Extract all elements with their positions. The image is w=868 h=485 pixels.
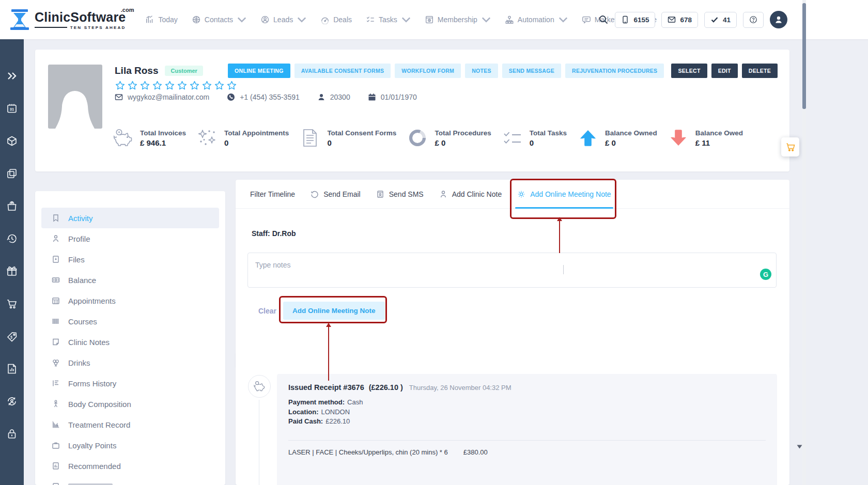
menu-item-clinic-notes[interactable]: Clinic Notes [41,332,219,352]
menu-item-recommended[interactable]: Recommended [41,456,219,476]
add-online-meeting-note-button[interactable]: Add Online Meeting Note [283,302,385,320]
scrollbar-thumb[interactable] [802,3,806,109]
calendar-grid-icon [52,296,60,305]
cube-icon[interactable] [6,135,18,147]
search-icon[interactable] [598,14,609,25]
cart-icon [785,142,796,152]
menu-item-appointments[interactable]: Appointments [41,290,219,311]
banknote-icon [52,276,60,284]
menu-item-drinks[interactable]: Drinks [41,352,219,373]
notes-textarea[interactable] [247,253,777,288]
nav-item-tasks[interactable]: Tasks [366,15,411,24]
receipt-field: Location:LONDON [288,408,766,417]
envelope-icon [668,15,676,24]
star-icon[interactable] [164,80,175,91]
copy-icon[interactable] [6,168,18,179]
report-icon[interactable] [6,363,18,374]
menu-item-courses[interactable]: Courses [41,311,219,332]
lock-icon[interactable] [6,428,18,440]
history-icon[interactable] [6,233,18,244]
tab-add-clinic-note[interactable]: Add Clinic Note [439,180,502,209]
tab-send-email[interactable]: Send Email [311,180,361,209]
stat-total-appointments: Total Appointments0 [197,128,289,148]
account-avatar-button[interactable] [770,11,787,28]
star-icon[interactable] [189,80,200,91]
chevron-down-icon [559,15,568,24]
nav-item-leads[interactable]: Leads [260,15,306,24]
bag-download-icon[interactable] [6,200,18,212]
receipt-datetime: Thursday, 26 November 04:32 PM [409,384,512,392]
delete-button[interactable]: DELETE [742,64,778,78]
check-icon [710,15,719,24]
stat-total-tasks: Total Tasks0 [502,128,567,148]
phone-counter-button[interactable]: 6155 [615,12,655,28]
edit-button[interactable]: EDIT [711,64,738,78]
customer-section-menu: Activity Profile Files Balance Appointme… [35,191,225,485]
arrow-down-icon [668,128,689,148]
nav-item-contacts[interactable]: Contacts [192,15,246,24]
calendar-icon[interactable]: 31 [6,103,18,114]
chevron-down-icon [297,15,306,24]
nav-item-automation[interactable]: Automation [505,15,568,24]
icon-rail: 31 [0,39,24,485]
clear-button[interactable]: Clear [258,307,276,315]
send-message-button[interactable]: SEND MESSAGE [502,64,561,78]
app-logo[interactable]: ClinicSoftware .com TEN STEPS AHEAD [9,8,133,31]
star-icon[interactable] [177,80,188,91]
star-icon[interactable] [127,80,138,91]
star-icon[interactable] [140,80,150,91]
tab-send-sms[interactable]: Send SMS [376,180,424,209]
timeline-entry-receipt[interactable]: Issued Receipt #3676 (£226.10 ) Thursday… [277,374,777,485]
menu-item-loyalty-points[interactable]: Loyalty Points [41,435,219,456]
marketing-icon [582,15,591,24]
menu-item-clipped[interactable] [41,476,219,485]
price-tag-icon[interactable] [6,331,18,342]
online-meeting-button[interactable]: ONLINE MEETING [228,64,290,78]
cart-float-button[interactable] [781,137,799,157]
menu-item-forms-history[interactable]: Forms History [41,373,219,394]
nav-item-today[interactable]: Today [145,15,177,24]
email-counter-button[interactable]: 678 [661,12,698,28]
star-icon[interactable] [214,80,225,91]
expand-rail-icon[interactable] [6,70,18,82]
svg-text:31: 31 [10,107,14,112]
membership-icon [425,15,434,24]
receipt-timeline-icon [248,375,271,398]
nav-item-membership[interactable]: Membership [425,15,491,24]
user-icon [52,234,60,243]
menu-item-body-composition[interactable]: Body Composition [41,394,219,414]
star-icon[interactable] [226,80,237,91]
body-icon [52,400,60,408]
select-button[interactable]: SELECT [671,64,707,78]
tab-filter-timeline[interactable]: Filter Timeline [250,180,295,209]
user-sync-icon[interactable] [6,396,18,407]
tab-add-online-meeting-note[interactable]: Add Online Meeting Note [517,180,611,209]
menu-item-treatment-record[interactable]: Treatment Record [41,414,219,435]
menu-item-activity[interactable]: Activity [41,208,219,228]
workflow-form-button[interactable]: WORKFLOW FORM [395,64,461,78]
tasks-counter-button[interactable]: 41 [704,12,737,28]
customer-phone[interactable]: +1 (454) 355-3591 [227,93,300,101]
menu-item-files[interactable]: Files [41,249,219,270]
grammarly-icon[interactable]: G [760,269,771,280]
logo-name: ClinicSoftware [35,10,126,25]
menu-item-profile[interactable]: Profile [41,228,219,249]
stat-total-procedures: Total Procedures£ 0 [407,128,491,148]
star-icon[interactable] [115,80,126,91]
cart-icon[interactable] [6,298,18,309]
customer-email[interactable]: wygykoz@mailinator.com [115,93,209,101]
nav-item-deals[interactable]: Deals [320,15,352,24]
logo-tagline: TEN STEPS AHEAD [35,25,126,30]
available-consent-forms-button[interactable]: AVAILABLE CONSENT FORMS [295,64,391,78]
gift-icon[interactable] [6,265,18,277]
menu-item-balance[interactable]: Balance [41,270,219,290]
star-icon[interactable] [152,80,163,91]
notes-button[interactable]: NOTES [465,64,498,78]
checklist-icon [502,128,523,148]
help-button[interactable] [743,12,764,28]
scroll-down-icon[interactable] [797,445,802,449]
note-icon [52,338,60,346]
star-icon[interactable] [202,80,212,91]
rejuvenation-procedures-button[interactable]: REJUVENATION PROCEDURES [565,64,664,78]
topbar: ClinicSoftware .com TEN STEPS AHEAD Toda… [0,0,868,39]
